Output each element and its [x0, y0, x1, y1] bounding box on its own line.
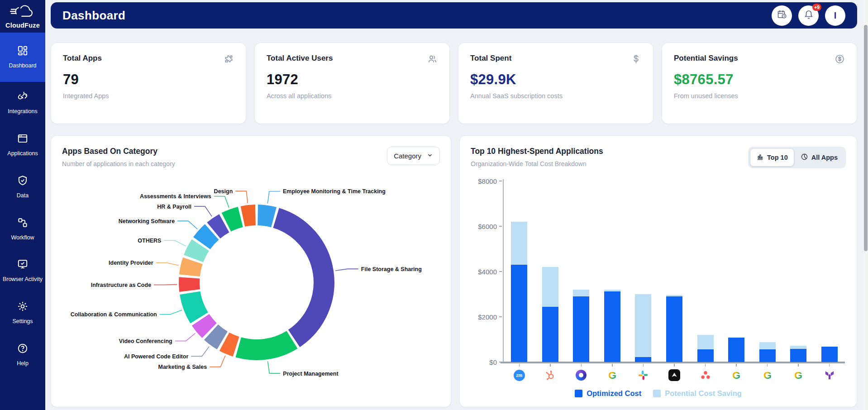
donut-segment-design[interactable] [243, 215, 255, 216]
bar-10-google[interactable] [790, 346, 806, 362]
y-axis-tick-label: $6000 [471, 223, 497, 230]
donut-label: Marketing & Sales [158, 364, 207, 370]
sidebar-item-integrations[interactable]: Integrations [0, 82, 45, 124]
calendar-button[interactable] [772, 5, 792, 26]
stat-caption: Annual SaaS subscription costs [470, 92, 641, 100]
donut-label-line [191, 347, 209, 357]
spend-panel: Top 10 Highest-Spend Applications Organi… [459, 135, 857, 407]
chart-legend: Optimized CostPotential Cost Saving [471, 389, 846, 398]
donut-segment-collaboration-communication[interactable] [190, 293, 199, 318]
y-axis-tick-label: $0 [471, 358, 497, 366]
x-axis-tick-mark [612, 364, 613, 367]
stat-caption: Integrated Apps [63, 92, 234, 100]
category-panel-subtitle: Number of applications in each category [62, 160, 175, 167]
y-axis-tick-mark [499, 226, 502, 227]
sidebar-item-workflow[interactable]: Workflow [0, 208, 45, 250]
segment-potential-saving [790, 346, 806, 349]
segment-optimized-cost [821, 347, 838, 362]
app-icon-slot: zm [504, 364, 535, 386]
bar-slot-slack [628, 181, 659, 362]
sidebar-item-settings[interactable]: Settings [0, 292, 45, 334]
donut-segment-assessments-interviews[interactable] [226, 217, 240, 222]
donut-label-line [267, 191, 280, 204]
donut-segment-video-conferencing[interactable] [200, 320, 210, 331]
slack-icon [637, 369, 649, 381]
segment-optimized-cost [635, 357, 651, 362]
svg-text:G: G [794, 369, 802, 381]
toggle-top-10[interactable]: Top 10 [750, 149, 794, 166]
scrollbar-thumb[interactable] [864, 25, 868, 251]
bar-9-google[interactable] [759, 342, 776, 362]
segment-optimized-cost [697, 349, 714, 362]
donut-segment-others[interactable] [194, 245, 200, 259]
legend-label: Optimized Cost [587, 389, 641, 398]
legend-label: Potential Cost Saving [665, 389, 742, 398]
donut-segment-identity-provider[interactable] [190, 261, 193, 276]
sidebar-item-data[interactable]: Data [0, 166, 45, 208]
segment-optimized-cost [542, 307, 558, 362]
donut-segment-marketing-sales[interactable] [224, 342, 236, 347]
donut-segment-infrastructure-as-code[interactable] [189, 278, 190, 291]
stat-caption: Across all applications [267, 92, 438, 100]
x-axis-tick-mark [798, 364, 799, 367]
category-dropdown-value: Category [394, 152, 421, 160]
category-dropdown[interactable]: Category [387, 147, 440, 165]
grid-icon [17, 45, 29, 58]
donut-segment-ai-powered-code-editor[interactable] [211, 332, 223, 340]
bar-4-google[interactable] [604, 290, 620, 362]
sidebar-item-applications[interactable]: Applications [0, 124, 45, 166]
sidebar-nav: DashboardIntegrationsApplicationsDataWor… [0, 33, 45, 376]
stat-card-total-spent: Total Spent$29.9KAnnual SaaS subscriptio… [458, 43, 653, 124]
x-axis-tick-mark [519, 364, 520, 367]
donut-segment-project-management[interactable] [238, 340, 292, 350]
donut-segment-file-storage-sharing[interactable] [276, 218, 324, 338]
avatar[interactable]: I [825, 5, 845, 26]
bar-11-terraform[interactable] [821, 347, 838, 362]
page-scrollbar[interactable] [863, 0, 868, 410]
app-icon-slot [535, 364, 566, 386]
sidebar-item-label: Help [17, 360, 29, 367]
donut-label: Assessments & Interviews [140, 193, 211, 200]
bar-7-asana[interactable] [697, 335, 714, 362]
donut-segment-employee-monitoring-time-tracking[interactable] [258, 215, 274, 217]
donut-segment-networking-software[interactable] [202, 232, 212, 243]
donut-label-line [268, 361, 281, 373]
bar-1-zoom[interactable] [511, 222, 527, 362]
bar-slot-google [721, 181, 752, 362]
sidebar-item-help[interactable]: Help [0, 334, 45, 376]
page-title: Dashboard [62, 9, 125, 23]
stat-title: Potential Savings [674, 54, 738, 63]
cloudfuze-logo[interactable]: CloudFuze [0, 0, 45, 31]
bar-5-slack[interactable] [635, 294, 651, 362]
segment-optimized-cost [728, 338, 744, 362]
donut-label-line [154, 285, 177, 285]
category-donut-chart: Employee Monitoring & Time TrackingFile … [62, 168, 440, 390]
bell-icon [803, 9, 814, 22]
app-name: CloudFuze [2, 22, 43, 29]
bar-6-dark-cube-app[interactable] [666, 295, 682, 362]
terraform-icon [824, 369, 835, 381]
bar-8-google[interactable] [728, 338, 744, 362]
donut-label-line [156, 263, 179, 266]
window-icon [17, 133, 29, 146]
sidebar-item-browser-activity[interactable]: Browser Activity [0, 250, 45, 292]
spend-panel-subtitle: Organization-Wide Total Cost Breakdown [471, 160, 603, 167]
stat-value: $8765.57 [674, 72, 845, 88]
app-icon-slot: G [783, 364, 814, 386]
main-content: Dashboard +9 [45, 0, 863, 410]
sidebar-item-dashboard[interactable]: Dashboard [0, 33, 45, 82]
bar-3-microsoft-365[interactable] [573, 290, 589, 362]
workflow-icon [17, 217, 29, 230]
google-icon: G [762, 369, 773, 381]
bar-2-hubspot[interactable] [542, 267, 558, 362]
donut-label-line [164, 240, 186, 246]
stats-row: Total Apps79Integrated AppsTotal Active … [51, 43, 857, 124]
segment-potential-saving [635, 294, 651, 357]
sidebar-item-label: Browser Activity [3, 276, 43, 283]
toggle-all-apps[interactable]: All Apps [795, 149, 844, 166]
notifications-button[interactable]: +9 [798, 5, 819, 26]
bar-slot-google [783, 181, 814, 362]
svg-text:G: G [608, 369, 616, 381]
donut-segment-hr-payroll[interactable] [214, 223, 224, 230]
notification-badge: +9 [812, 4, 821, 11]
